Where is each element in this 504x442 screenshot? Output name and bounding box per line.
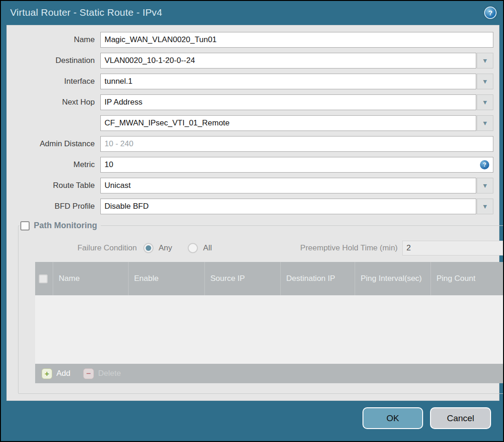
dialog-title: Virtual Router - Static Route - IPv4 — [10, 7, 162, 18]
header-cell-destination-ip: Destination IP — [280, 262, 355, 295]
radio-all-label: All — [203, 243, 212, 253]
form-row-next-hop-address: ▼ — [12, 115, 493, 131]
form-row-route-table: Route Table ▼ — [12, 178, 493, 193]
header-cell-enable: Enable — [128, 262, 204, 295]
form-row-interface: Interface ▼ — [12, 74, 493, 89]
info-icon: ? — [480, 160, 489, 169]
form-row-metric: Metric ? — [12, 157, 493, 173]
header-cell-name: Name — [53, 262, 128, 295]
path-monitoring-title: Path Monitoring — [34, 221, 97, 230]
failure-condition-option-any: Any — [143, 243, 172, 253]
interface-label: Interface — [12, 77, 100, 86]
metric-label: Metric — [12, 160, 100, 169]
destination-dropdown-button[interactable]: ▼ — [477, 53, 493, 68]
chevron-down-icon: ▼ — [482, 57, 488, 64]
path-monitoring-section: Path Monitoring Failure Condition Any Al… — [18, 221, 503, 394]
radio-any-label: Any — [159, 243, 172, 253]
interface-dropdown-button[interactable]: ▼ — [477, 74, 493, 89]
radio-any[interactable] — [143, 243, 154, 253]
failure-condition-option-all: All — [188, 243, 212, 253]
bfd-profile-dropdown-button[interactable]: ▼ — [477, 199, 493, 214]
failure-condition-row: Failure Condition Any All Preemptive Hol… — [19, 241, 503, 255]
add-button[interactable]: + Add — [42, 368, 70, 379]
chevron-down-icon: ▼ — [482, 182, 488, 189]
admin-distance-input[interactable] — [100, 136, 493, 152]
table-header: Name Enable Source IP Destination IP Pin… — [35, 262, 503, 295]
chevron-down-icon: ▼ — [482, 99, 488, 106]
name-label: Name — [12, 35, 100, 44]
path-monitoring-table: Name Enable Source IP Destination IP Pin… — [35, 262, 503, 383]
chevron-down-icon: ▼ — [482, 78, 488, 85]
admin-distance-label: Admin Distance — [12, 139, 100, 149]
next-hop-type-dropdown-button[interactable]: ▼ — [477, 94, 493, 110]
form-row-admin-distance: Admin Distance — [12, 136, 493, 152]
delete-button-label: Delete — [98, 369, 121, 378]
header-cell-source-ip: Source IP — [204, 262, 280, 295]
interface-input[interactable] — [100, 74, 476, 89]
metric-input[interactable] — [100, 157, 493, 173]
preemptive-hold-time-input[interactable] — [402, 241, 503, 255]
next-hop-address-input[interactable] — [100, 115, 476, 131]
form-row-destination: Destination ▼ — [12, 53, 493, 68]
add-button-label: Add — [56, 369, 70, 378]
chevron-down-icon: ▼ — [482, 203, 488, 210]
preemptive-hold-time-label: Preemptive Hold Time (min) — [300, 243, 402, 253]
chevron-down-icon: ▼ — [482, 120, 488, 126]
path-monitoring-legend: Path Monitoring — [19, 221, 101, 230]
select-all-checkbox[interactable] — [39, 274, 48, 283]
dialog-actions: OK Cancel — [363, 407, 491, 429]
form-row-name: Name — [12, 32, 493, 48]
dialog-window: Virtual Router - Static Route - IPv4 ? N… — [1, 1, 503, 441]
path-monitoring-checkbox[interactable] — [20, 221, 30, 230]
help-icon[interactable]: ? — [484, 6, 497, 19]
header-cell-select — [35, 262, 53, 295]
plus-icon: + — [42, 368, 52, 379]
destination-input[interactable] — [100, 53, 476, 68]
route-table-label: Route Table — [12, 181, 100, 190]
header-cell-ping-interval: Ping Interval(sec) — [355, 262, 430, 295]
cancel-button[interactable]: Cancel — [430, 407, 491, 429]
radio-all[interactable] — [188, 243, 198, 253]
table-body — [35, 295, 503, 364]
delete-button[interactable]: − Delete — [83, 368, 121, 379]
ok-button[interactable]: OK — [363, 407, 423, 429]
next-hop-address-dropdown-button[interactable]: ▼ — [477, 115, 493, 131]
header-cell-ping-count: Ping Count — [430, 262, 503, 295]
next-hop-type-input[interactable] — [100, 94, 476, 110]
bfd-profile-label: BFD Profile — [12, 202, 100, 211]
name-input[interactable] — [100, 32, 493, 48]
title-bar: Virtual Router - Static Route - IPv4 ? — [1, 1, 503, 24]
form-row-bfd-profile: BFD Profile ▼ — [12, 199, 493, 214]
minus-icon: − — [83, 368, 94, 379]
route-table-input[interactable] — [100, 178, 476, 193]
destination-label: Destination — [12, 56, 100, 65]
route-table-dropdown-button[interactable]: ▼ — [477, 178, 493, 193]
form-panel: Name Destination ▼ Interface ▼ Next Hop — [6, 25, 499, 401]
failure-condition-label: Failure Condition — [19, 243, 143, 253]
next-hop-label: Next Hop — [12, 98, 100, 107]
form-row-next-hop: Next Hop ▼ — [12, 94, 493, 110]
table-footer: + Add − Delete — [35, 364, 503, 383]
bfd-profile-input[interactable] — [100, 199, 476, 214]
